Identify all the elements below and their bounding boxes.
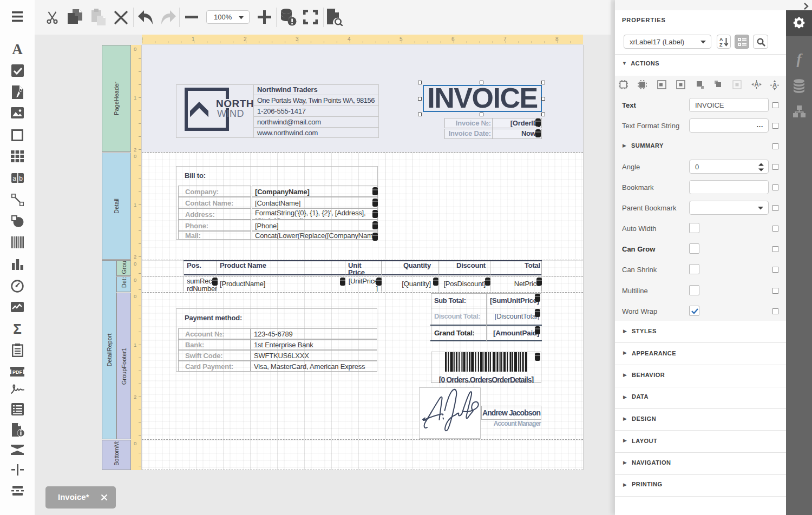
svg-text:a: a (12, 175, 16, 182)
svg-text:A: A (719, 37, 723, 42)
svg-text:b: b (19, 175, 23, 182)
svg-text:Z: Z (719, 42, 723, 47)
svg-text:A: A (754, 81, 759, 88)
svg-text:PDF: PDF (12, 369, 23, 375)
svg-text:A: A (772, 82, 777, 89)
